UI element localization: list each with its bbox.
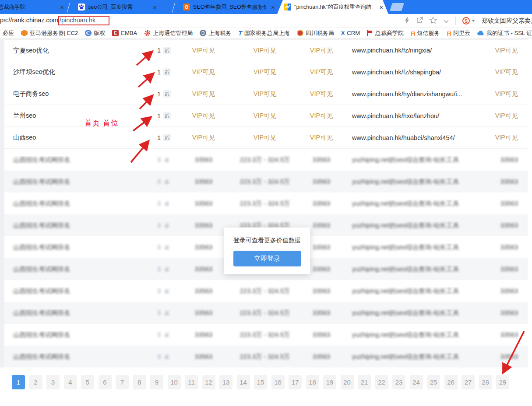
url-cell[interactable]: www.pinchuan.hk/hxe/lanzhou/ — [349, 112, 494, 119]
vip-cell[interactable]: VIP可见 — [293, 68, 349, 76]
page-button-5[interactable]: 5 — [81, 375, 94, 389]
page-button-17[interactable]: 17 — [289, 375, 302, 389]
browser-tab[interactable]: SEO包年费用_SEO外包服务价格× — [176, 0, 280, 14]
vip-cell[interactable]: VIP可见 — [494, 90, 528, 98]
new-tab-button[interactable] — [390, 3, 404, 11]
url-cell[interactable]: www.pinchuan.hk/huabei/shanxi454/ — [349, 134, 494, 141]
bookmark-item[interactable]: EEMBA — [112, 30, 137, 36]
page-button-3[interactable]: 3 — [46, 375, 60, 389]
keyword-cell[interactable]: 沙坪坝seo优化 — [4, 68, 140, 76]
bookmark-item[interactable]: 四川税务局 — [297, 29, 334, 37]
page-button-26[interactable]: 26 — [444, 375, 458, 389]
vip-cell[interactable]: VIP可见 — [494, 112, 528, 120]
rank-trend-icon[interactable] — [163, 134, 171, 141]
vip-cell[interactable]: VIP可见 — [171, 68, 236, 76]
bookmark-item[interactable]: 我的证书 - SSL 证 — [477, 29, 532, 37]
url-text[interactable]: ps://rank.chinaz.com/pinchuan.hk — [0, 17, 109, 24]
bookmark-item[interactable]: 上海税务 — [200, 29, 231, 37]
tab-close-icon[interactable]: × — [377, 4, 385, 10]
bookmark-item[interactable]: 版权 — [85, 29, 105, 37]
tab-close-icon[interactable]: × — [151, 4, 159, 10]
keyword-cell[interactable]: 山西seo — [4, 133, 140, 142]
page-button-1[interactable]: 1 — [12, 375, 25, 389]
page-button-18[interactable]: 18 — [306, 375, 319, 389]
page-button-25[interactable]: 25 — [427, 375, 440, 389]
page-button-15[interactable]: 15 — [254, 375, 267, 389]
vip-cell[interactable]: VIP可见 — [236, 133, 293, 142]
star-icon[interactable] — [430, 17, 437, 25]
address-bar[interactable]: ps://rank.chinaz.com/pinchuan.hk S 郑钦文回应… — [0, 14, 532, 28]
url-cell[interactable]: www.pinchuan.hk/fz/ningxia/ — [349, 47, 494, 54]
keyword-cell: 山西招生考试网排名 — [4, 221, 140, 230]
login-now-button[interactable]: 立即登录 — [233, 251, 301, 266]
rank-trend-icon[interactable] — [163, 47, 171, 54]
hot-search-caret-icon[interactable] — [472, 20, 475, 22]
vip-cell[interactable]: VIP可见 — [293, 90, 349, 98]
chevron-down-icon[interactable] — [444, 17, 449, 25]
page-button-21[interactable]: 21 — [358, 375, 371, 389]
bookmark-item[interactable]: (-)阿里云 — [447, 29, 470, 37]
page-button-9[interactable]: 9 — [150, 375, 163, 389]
rank-trend-icon[interactable] — [163, 90, 171, 98]
page-button-4[interactable]: 4 — [64, 375, 77, 389]
url-cell[interactable]: www.pinchuan.hk/fz/shapingba/ — [349, 69, 494, 76]
vip-cell[interactable]: VIP可见 — [293, 133, 349, 142]
page-button-27[interactable]: 27 — [462, 375, 475, 389]
vip-cell[interactable]: VIP可见 — [494, 68, 528, 76]
page-button-20[interactable]: 20 — [341, 375, 354, 389]
vip-cell[interactable]: VIP可见 — [171, 112, 236, 120]
page-button-8[interactable]: 8 — [133, 375, 146, 389]
vip-cell[interactable]: VIP可见 — [236, 68, 293, 76]
url-cell[interactable]: www.pinchuan.hk/hy/dianzishangwu/i... — [349, 91, 494, 98]
page-button-29[interactable]: 29 — [496, 375, 509, 389]
lightning-icon[interactable] — [404, 17, 410, 25]
browser-tab[interactable]: seo公司_百度搜索× — [71, 0, 162, 14]
keyword-cell[interactable]: 电子商务seo — [4, 90, 140, 98]
vip-cell[interactable]: VIP可见 — [293, 112, 349, 120]
page-button-28[interactable]: 28 — [479, 375, 492, 389]
bookmark-item[interactable]: 上海通信管理局 — [144, 29, 193, 37]
vip-cell[interactable]: VIP可见 — [293, 46, 349, 55]
rank-trend-icon[interactable] — [163, 112, 171, 119]
vip-cell[interactable]: VIP可见 — [171, 90, 236, 98]
blurred-rank: 3 — [157, 222, 161, 229]
vip-cell[interactable]: VIP可见 — [494, 46, 528, 55]
blurred-text: 33563 — [313, 200, 330, 207]
page-button-12[interactable]: 12 — [202, 375, 215, 389]
page-button-19[interactable]: 19 — [323, 375, 336, 389]
page-button-11[interactable]: 11 — [185, 375, 198, 389]
page-button-16[interactable]: 16 — [271, 375, 285, 389]
page-button-14[interactable]: 14 — [237, 375, 250, 389]
vip-cell[interactable]: VIP可见 — [494, 133, 528, 142]
page-button-22[interactable]: 22 — [375, 375, 388, 389]
vip-cell[interactable]: VIP可见 — [236, 112, 293, 120]
bookmark-label: 四川税务局 — [306, 29, 334, 37]
bookmark-item[interactable]: T国家税务总局上海 — [238, 29, 290, 37]
hot-search-headline[interactable]: 郑钦文回应父亲卖房 — [482, 17, 532, 25]
vip-cell[interactable]: VIP可见 — [171, 133, 236, 142]
page-button-24[interactable]: 24 — [410, 375, 423, 389]
bookmark-item[interactable]: (-)短信服务 — [411, 29, 440, 37]
keyword-cell[interactable]: 兰州seo — [4, 112, 140, 120]
browser-tab[interactable]: 号登录-总裁商学院× — [0, 0, 69, 14]
vip-cell[interactable]: VIP可见 — [236, 46, 293, 55]
bookmark-item[interactable]: 亚马逊服务器| EC2 — [21, 29, 78, 37]
page-button-2[interactable]: 2 — [29, 375, 42, 389]
tab-close-icon[interactable]: × — [269, 4, 277, 10]
page-button-13[interactable]: 13 — [219, 375, 233, 389]
browser-tab-active[interactable]: "pinchuan.hk"的百度权重查询结× — [277, 0, 388, 14]
tab-close-icon[interactable]: × — [58, 4, 66, 10]
vip-cell[interactable]: VIP可见 — [171, 46, 236, 55]
bookmark-item[interactable]: 必应 — [3, 29, 14, 37]
rank-trend-icon[interactable] — [163, 68, 171, 76]
page-button-10[interactable]: 10 — [168, 375, 181, 389]
vip-cell[interactable]: VIP可见 — [236, 90, 293, 98]
hot-search-icon[interactable]: S — [462, 17, 470, 24]
page-button-23[interactable]: 23 — [392, 375, 405, 389]
page-button-7[interactable]: 7 — [116, 375, 129, 389]
page-button-6[interactable]: 6 — [99, 375, 112, 389]
bookmark-item[interactable]: 总裁商学院 — [367, 29, 404, 37]
keyword-cell[interactable]: 宁夏seo优化 — [4, 46, 140, 55]
bookmark-item[interactable]: XCRM — [341, 30, 360, 36]
share-icon[interactable] — [416, 17, 423, 25]
